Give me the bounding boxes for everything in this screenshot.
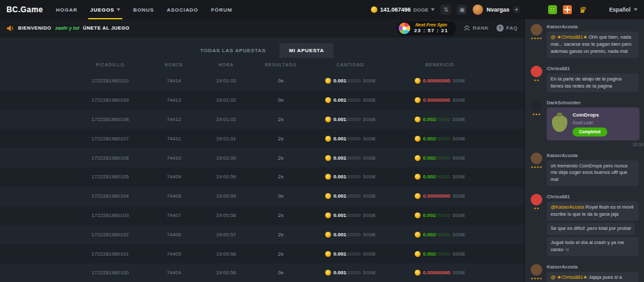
chat-username[interactable]: KaiserAcosta [547,264,639,270]
currency-label: DOGE [453,213,465,218]
table-row[interactable]: 1722281960107 74411 19:01:01 2x 0.001000… [0,129,524,148]
menu-item[interactable]: ASOCIADO [167,0,198,19]
nonce-cell: 74412 [148,117,200,122]
tab-todas-las-apuestas[interactable]: TODAS LAS APUESTAS [191,43,276,58]
hora-cell: 19:01:01 [200,136,252,142]
language-selector[interactable]: Español [609,6,638,13]
cantidad-main: 0.001 [334,117,346,122]
question-mark-icon: ? [497,24,504,32]
avatar[interactable] [531,66,542,77]
vault-button[interactable]: ▣ [457,5,467,15]
nonce-cell: 74413 [148,97,200,103]
doge-coin-icon [325,136,331,142]
doge-coin-icon [415,78,421,84]
table-row[interactable]: 1722281960104 74408 19:00:59 0x 0.001000… [0,187,524,206]
navbar-right: 141.067496 DOGE ⇅ ▣ Nvargas ★ Español [371,5,638,15]
cantidad-main: 0.001 [334,193,346,199]
table-row[interactable]: 1722281960103 74407 19:00:58 2x 0.001000… [0,206,524,225]
menu-item[interactable]: JUEGOS [90,0,120,19]
currency-label: DOGE [453,194,465,198]
chat-message-body: Chriss881 @KaiserAcosta Royal flush es e… [547,194,639,258]
balance-amount: 141.067496 [380,6,411,13]
currency-label: DOGE [363,213,375,218]
doge-coin-icon [325,174,331,180]
avatar[interactable] [531,24,542,35]
gift-icon[interactable] [563,5,572,14]
cantidad-dim: 00000 [346,212,361,218]
chat-username[interactable]: DarkSchneider [547,100,639,106]
cantidad-main: 0.001 [334,232,346,238]
chat-username[interactable]: KaiserAcosta [547,153,639,158]
bc-game-logo[interactable]: BC.Game [6,5,43,14]
chevron-down-icon [431,8,435,11]
trophy-icon[interactable] [578,5,587,14]
mention[interactable]: @ ★Chriss881★ [551,274,589,280]
completed-button[interactable]: Completed [573,127,607,136]
doge-coin-icon [415,117,421,122]
table-row[interactable]: 1722281960102 74406 19:00:57 2x 0.001000… [0,225,524,244]
money-bag-icon [552,115,567,132]
table-row[interactable]: 1722281960101 74405 19:00:56 2x 0.001000… [0,244,524,263]
hora-cell: 19:00:56 [200,251,252,257]
menu-item-label: HOGAR [56,7,77,13]
doge-coin-icon [325,78,331,84]
top-navbar: BC.Game HOGAR JUEGOS BONUS ASOCIADO FÓRU… [0,0,644,19]
user-menu[interactable]: Nvargas ★ [473,5,520,15]
user-stars: ★★★★ [531,277,542,280]
table-row[interactable]: 1722281960110 74414 19:01:03 0x 0.001000… [0,71,524,91]
chat-username[interactable]: Chriss881 [547,66,639,71]
swap-button[interactable]: ⇅ [440,5,451,15]
balance-selector[interactable]: 141.067496 DOGE [371,6,435,13]
avatar[interactable] [531,194,542,205]
chat-username[interactable]: KaiserAcosta [547,24,639,30]
beneficio-main: 0.002 [423,251,436,257]
menu-item[interactable]: FÓRUM [211,0,232,19]
table-row[interactable]: 1722281960108 74412 19:01:02 2x 0.001000… [0,110,524,129]
faq-button[interactable]: ? FAQ [497,24,518,32]
table-row[interactable]: 1722281960106 74410 19:01:00 2x 0.001000… [0,148,524,167]
faq-label: FAQ [506,25,518,31]
free-spin-widget[interactable]: Next Free Spin 23 : 57 : 21 [397,21,456,35]
cantidad-main: 0.001 [334,212,346,218]
cantidad-main: 0.001 [334,251,346,257]
nonce-cell: 74414 [148,78,200,84]
resultado-cell: 0x [252,78,309,84]
coindrops-card[interactable]: CoinDrops Good Luck! Completed [547,108,639,140]
resultado-cell: 2x [252,117,309,122]
avatar[interactable] [531,100,542,111]
currency-label: DOGE [453,252,465,256]
cantidad-dim: 00000 [346,174,361,180]
beneficio-dim: 00000 [436,232,450,238]
rank-button[interactable]: RANK [464,25,489,32]
bets-tabs: TODAS LAS APUESTAS MI APUESTA [0,37,524,58]
table-row[interactable]: 1722281960105 74409 19:00:59 2x 0.001000… [0,167,524,187]
beneficio-cell: 0.00000000DOGE [392,270,488,276]
mention[interactable]: @KaiserAcosta [551,204,585,210]
table-row[interactable]: 1722281960109 74413 19:01:02 0x 0.001000… [0,91,524,110]
column-header-resultado: RESULTADO [252,62,309,67]
column-header-cantidad: CANTIDAD [309,62,392,67]
cantidad-dim: 00000 [346,78,361,84]
chat-bubble: oh tremendo CoinDrops pero nunca me deja… [547,160,639,187]
avatar[interactable] [531,264,542,276]
mention[interactable]: @ ★Chriss881★ [551,34,589,40]
bc-game-app: BC.Game HOGAR JUEGOS BONUS ASOCIADO FÓRU… [0,0,644,282]
avatar[interactable] [531,153,542,164]
doge-coin-icon [325,155,331,161]
announcement-actions: Next Free Spin 23 : 57 : 21 RANK ? FAQ [397,21,518,35]
hora-cell: 19:00:59 [200,174,252,180]
hora-cell: 19:00:59 [200,193,252,199]
join-game-link[interactable]: ÚNETE AL JUEGO [83,25,129,31]
chat-bubble: Se que es difícil ,pero total por probar [547,223,635,235]
dice-icon[interactable] [548,5,557,14]
announcement-bar: BIENVENIDO zaafir y bd ÚNETE AL JUEGO Ne… [0,19,524,37]
welcome-username[interactable]: zaafir y bd [55,25,79,31]
menu-item[interactable]: HOGAR [56,0,77,19]
tab-mi-apuesta[interactable]: MI APUESTA [279,43,334,58]
resultado-cell: 0x [252,193,309,199]
chat-username[interactable]: Chriss881 [547,194,639,200]
hash-cell: 1722281960108 [72,117,148,122]
table-row[interactable]: 1722281960100 74404 19:00:56 0x 0.001000… [0,263,524,282]
chat-text: En la parte de abajo de la pagina tienes… [551,76,621,89]
menu-item[interactable]: BONUS [133,0,154,19]
